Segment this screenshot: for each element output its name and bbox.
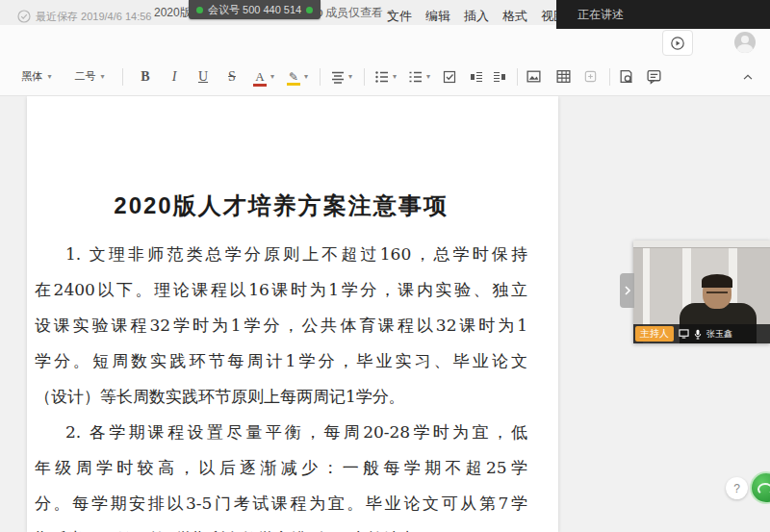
highlighter-icon: ✎ xyxy=(286,70,301,84)
toolbar-divider xyxy=(364,68,365,86)
indent-increase-icon xyxy=(492,69,507,85)
question-mark-icon: ? xyxy=(733,482,740,495)
doc-line: 1. 文理非师范类总学分原则上不超过160，总学时保持 xyxy=(35,237,527,272)
doc-line: 学分。短周数实践环节每周计1学分，毕业实习、毕业论文 xyxy=(35,343,527,379)
save-status: 最近保存 2019/4/6 14:56 xyxy=(17,0,151,33)
align-center-icon xyxy=(330,69,346,85)
insert-shape-button xyxy=(583,69,598,84)
toolbar-divider xyxy=(320,68,321,86)
checklist-button[interactable] xyxy=(442,69,457,85)
comment-icon xyxy=(646,68,662,85)
menu-file[interactable]: 文件 xyxy=(387,8,412,25)
avatar-person-icon xyxy=(741,36,749,43)
highlight-button[interactable]: ✎ ▾ xyxy=(286,70,308,84)
present-play-button[interactable] xyxy=(662,30,693,56)
font-family-value: 黑体 xyxy=(21,69,42,84)
participant-name: 张玉鑫 xyxy=(706,328,732,341)
play-circle-icon xyxy=(670,36,685,51)
document-page[interactable]: 2020版人才培养方案注意事项 1. 文理非师范类总学分原则上不超过160，总学… xyxy=(27,96,558,532)
help-button[interactable]: ? xyxy=(726,477,748,499)
chevron-down-icon: ▾ xyxy=(100,73,104,81)
numbered-list-button[interactable]: ▾ xyxy=(408,69,430,85)
find-replace-button[interactable] xyxy=(618,68,634,85)
microphone-icon xyxy=(694,329,702,340)
menu-format[interactable]: 格式 xyxy=(502,8,527,25)
menu-edit[interactable]: 编辑 xyxy=(425,8,450,25)
doc-line: （设计）等长周数实践环节原则上每两周记1学分。 xyxy=(35,379,527,415)
font-family-select[interactable]: 黑体 ▾ xyxy=(14,69,59,84)
alignment-button[interactable]: ▾ xyxy=(330,69,352,85)
meeting-id-tooltip: 会议号 500 440 514 xyxy=(189,0,321,19)
bold-button[interactable]: B xyxy=(137,69,154,85)
chevron-down-icon: ▾ xyxy=(47,73,51,81)
font-color-button[interactable]: A ▾ xyxy=(252,69,274,85)
glasses-icon xyxy=(706,291,728,297)
strikethrough-button[interactable]: S xyxy=(223,69,241,85)
font-size-value: 二号 xyxy=(74,69,95,84)
view-mode-label: 成员仅查看 xyxy=(325,5,383,21)
image-icon xyxy=(526,68,542,85)
font-size-select[interactable]: 二号 ▾ xyxy=(70,69,109,84)
chevron-down-icon: ▾ xyxy=(348,73,352,81)
doc-line: 分。每学期安排以3-5门考试课程为宜。毕业论文可从第7学 xyxy=(35,486,527,521)
chevron-up-icon xyxy=(741,70,755,84)
toolbar-divider xyxy=(122,68,123,86)
video-panel-collapse-tab[interactable] xyxy=(620,273,634,308)
doc-line: 在2400以下。理论课程以16课时为1学分，课内实验、独立 xyxy=(35,272,527,308)
toolbar-divider xyxy=(609,68,610,86)
headset-icon xyxy=(757,483,770,495)
speaking-banner: 正在讲述 xyxy=(556,0,770,29)
insert-image-button[interactable] xyxy=(526,68,542,85)
menu-insert[interactable]: 插入 xyxy=(464,8,489,25)
comment-button[interactable] xyxy=(646,68,662,85)
save-status-text: 最近保存 2019/4/6 14:56 xyxy=(36,10,151,24)
indent-decrease-icon xyxy=(469,69,484,85)
doc-line: 期后半程开始，第8学期所有教学安排到5月底前结束。 xyxy=(35,521,527,532)
window-frame xyxy=(633,241,770,248)
table-icon xyxy=(555,68,572,85)
user-avatar[interactable] xyxy=(734,32,756,53)
doc-line: 2. 各学期课程设置尽量平衡，每周20-28学时为宜，低 xyxy=(35,415,527,450)
video-status-bar: 主持人 张玉鑫 xyxy=(633,324,770,343)
participant-silhouette xyxy=(702,274,732,288)
bullet-list-button[interactable]: ▾ xyxy=(374,69,397,85)
chevron-down-icon: ▾ xyxy=(270,73,274,81)
font-color-a-icon: A xyxy=(252,69,268,85)
meeting-id-text: 会议号 500 440 514 xyxy=(208,0,301,19)
decrease-indent-button[interactable] xyxy=(469,69,484,85)
insert-table-button[interactable] xyxy=(555,68,572,85)
toolbar-divider xyxy=(517,68,518,86)
formatting-toolbar: 黑体 ▾ 二号 ▾ B I U S A ▾ ✎ ▾ ▾ ▾ ▾ xyxy=(0,58,770,96)
chevron-right-icon xyxy=(624,286,631,295)
green-status-dot-icon xyxy=(196,7,203,13)
italic-button[interactable]: I xyxy=(166,69,183,85)
doc-line: 设课实验课程32学时为1学分，公共体育课程以32课时为1 xyxy=(35,308,527,343)
document-title: 2020版人才培养方案注意事项 xyxy=(35,190,527,221)
doc-line: 年级周学时较高，以后逐渐减少：一般每学期不超25学 xyxy=(35,450,527,486)
insert-field-icon xyxy=(583,69,598,84)
screen-share-icon xyxy=(679,329,689,339)
webcam-video-panel[interactable]: 主持人 张玉鑫 xyxy=(633,241,770,343)
underline-button[interactable]: U xyxy=(194,69,212,85)
view-mode-dropdown[interactable]: 成员仅查看 ▼ xyxy=(325,5,394,21)
checkbox-icon xyxy=(442,69,457,85)
host-badge: 主持人 xyxy=(635,326,674,342)
find-replace-icon xyxy=(618,68,634,85)
chevron-down-icon: ▾ xyxy=(304,73,308,81)
chevron-down-icon: ▾ xyxy=(426,73,430,81)
circle-check-icon xyxy=(17,10,31,23)
green-status-dot-icon xyxy=(306,7,313,13)
numbered-list-icon xyxy=(408,69,424,85)
collapse-toolbar-button[interactable] xyxy=(741,70,755,84)
document-body: 1. 文理非师范类总学分原则上不超过160，总学时保持 在2400以下。理论课程… xyxy=(35,237,527,532)
bullet-list-icon xyxy=(374,69,390,85)
chevron-down-icon: ▾ xyxy=(393,73,397,81)
increase-indent-button[interactable] xyxy=(492,69,507,85)
